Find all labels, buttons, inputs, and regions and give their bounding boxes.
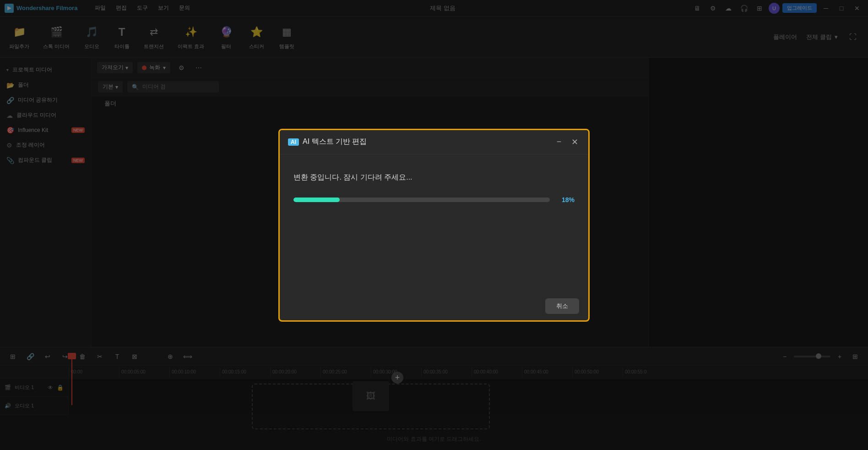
- modal-title-text: AI 텍스트 기반 편집: [303, 137, 367, 147]
- progress-bar-fill: [293, 198, 340, 202]
- modal-minimize-button[interactable]: −: [553, 137, 564, 148]
- progress-percentage: 18%: [556, 196, 575, 203]
- progress-bar-background: [293, 198, 550, 202]
- converting-status-text: 변환 중입니다. 잠시 기다려 주세요...: [293, 173, 575, 182]
- ai-badge: AI: [288, 138, 299, 146]
- modal-footer: 취소: [280, 292, 588, 320]
- modal-title-container: AI AI 텍스트 기반 편집: [288, 137, 367, 147]
- modal-dialog: AI AI 텍스트 기반 편집 − ✕ 변환 중입니다. 잠시 기다려 주세요.…: [278, 129, 590, 322]
- modal-controls: − ✕: [553, 137, 580, 148]
- modal-close-button[interactable]: ✕: [569, 137, 580, 148]
- modal-header: AI AI 텍스트 기반 편집 − ✕: [280, 130, 588, 154]
- progress-container: 18%: [293, 196, 575, 203]
- modal-body: 변환 중입니다. 잠시 기다려 주세요... 18%: [280, 154, 588, 292]
- cancel-button[interactable]: 취소: [545, 298, 579, 314]
- modal-overlay: AI AI 텍스트 기반 편집 − ✕ 변환 중입니다. 잠시 기다려 주세요.…: [0, 0, 868, 450]
